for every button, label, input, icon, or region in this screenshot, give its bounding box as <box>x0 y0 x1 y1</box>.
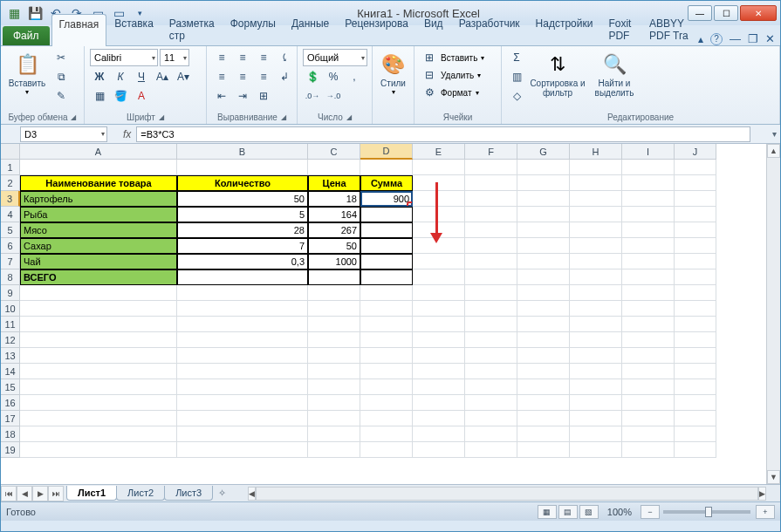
cell-H15[interactable] <box>570 379 622 395</box>
column-header-H[interactable]: H <box>570 144 622 160</box>
row-header-11[interactable]: 11 <box>1 317 20 332</box>
cell-E7[interactable] <box>413 254 465 269</box>
cell-H5[interactable] <box>570 222 622 238</box>
fill-handle[interactable] <box>407 201 413 207</box>
cell-D11[interactable] <box>360 317 413 332</box>
align-middle-button[interactable]: ≡ <box>233 49 252 66</box>
font-size-combo[interactable]: 11 <box>160 49 189 66</box>
cell-B19[interactable] <box>177 442 308 458</box>
cell-A9[interactable] <box>20 285 177 301</box>
format-cells-button[interactable]: ⚙Формат▾ <box>420 84 479 101</box>
column-header-I[interactable]: I <box>622 144 675 160</box>
cell-E14[interactable] <box>413 364 465 379</box>
vertical-scrollbar[interactable]: ▲ ▼ <box>766 144 780 484</box>
cell-C12[interactable] <box>308 332 360 348</box>
align-right-button[interactable]: ≡ <box>254 68 273 85</box>
cell-H11[interactable] <box>570 317 622 332</box>
cell-J1[interactable] <box>675 160 716 175</box>
cell-C10[interactable] <box>308 301 360 317</box>
cell-I13[interactable] <box>622 348 675 364</box>
new-sheet-button[interactable]: ✧ <box>213 488 230 499</box>
row-header-9[interactable]: 9 <box>1 285 20 301</box>
row-header-19[interactable]: 19 <box>1 442 20 458</box>
cell-E8[interactable] <box>413 269 465 285</box>
cell-F14[interactable] <box>465 364 517 379</box>
header-price[interactable]: Цена <box>308 175 360 191</box>
cell-I1[interactable] <box>622 160 675 175</box>
cell-G4[interactable] <box>517 207 570 222</box>
cell-G3[interactable] <box>517 191 570 207</box>
cell-E15[interactable] <box>413 379 465 395</box>
row-header-10[interactable]: 10 <box>1 301 20 317</box>
cell-sum-5[interactable] <box>360 222 413 238</box>
cell-E16[interactable] <box>413 395 465 411</box>
row-header-7[interactable]: 7 <box>1 254 20 269</box>
cell-G11[interactable] <box>517 317 570 332</box>
cell-A18[interactable] <box>20 426 177 442</box>
doc-minimize-button[interactable]: — <box>730 32 741 45</box>
cell-F2[interactable] <box>465 175 517 191</box>
qat-save-button[interactable]: 💾 <box>25 3 45 23</box>
cell-J14[interactable] <box>675 364 716 379</box>
cell-C8[interactable] <box>308 269 360 285</box>
minimize-ribbon-button[interactable]: ▴ <box>698 33 703 45</box>
cell-I8[interactable] <box>622 269 675 285</box>
cell-D8[interactable] <box>360 269 413 285</box>
cell-price-5[interactable]: 267 <box>308 222 360 238</box>
font-name-combo[interactable]: Calibri <box>90 49 158 66</box>
scroll-up-button[interactable]: ▲ <box>767 144 780 158</box>
cell-sum-4[interactable] <box>360 207 413 222</box>
header-qty[interactable]: Количество <box>177 175 308 191</box>
cell-F10[interactable] <box>465 301 517 317</box>
align-left-button[interactable]: ≡ <box>212 68 231 85</box>
cell-I2[interactable] <box>622 175 675 191</box>
bold-button[interactable]: Ж <box>90 68 109 85</box>
cell-G10[interactable] <box>517 301 570 317</box>
page-break-view-button[interactable]: ▧ <box>579 505 599 519</box>
cell-J19[interactable] <box>675 442 716 458</box>
header-name[interactable]: Наименование товара <box>20 175 177 191</box>
cell-H18[interactable] <box>570 426 622 442</box>
cell-E10[interactable] <box>413 301 465 317</box>
cell-I9[interactable] <box>622 285 675 301</box>
cell-E1[interactable] <box>413 160 465 175</box>
cell-F7[interactable] <box>465 254 517 269</box>
column-header-C[interactable]: C <box>308 144 360 160</box>
cell-B11[interactable] <box>177 317 308 332</box>
cell-F11[interactable] <box>465 317 517 332</box>
zoom-in-button[interactable]: + <box>756 505 775 519</box>
cell-I17[interactable] <box>622 411 675 426</box>
align-bottom-button[interactable]: ≡ <box>254 49 273 66</box>
cell-G5[interactable] <box>517 222 570 238</box>
cell-H4[interactable] <box>570 207 622 222</box>
cell-C19[interactable] <box>308 442 360 458</box>
align-center-button[interactable]: ≡ <box>233 68 252 85</box>
cell-A17[interactable] <box>20 411 177 426</box>
cell-price-6[interactable]: 50 <box>308 238 360 254</box>
decrease-indent-button[interactable]: ⇤ <box>212 87 231 105</box>
font-color-button[interactable]: A <box>132 87 151 105</box>
cell-H3[interactable] <box>570 191 622 207</box>
number-format-combo[interactable]: Общий <box>303 49 367 66</box>
cell-B18[interactable] <box>177 426 308 442</box>
cell-H2[interactable] <box>570 175 622 191</box>
row-header-8[interactable]: 8 <box>1 269 20 285</box>
page-layout-view-button[interactable]: ▤ <box>558 505 578 519</box>
format-painter-button[interactable]: ✎ <box>51 87 71 105</box>
ribbon-tab-10[interactable]: ABBYY PDF Tra <box>641 13 698 45</box>
cell-B12[interactable] <box>177 332 308 348</box>
column-header-A[interactable]: A <box>20 144 177 160</box>
cell-G6[interactable] <box>517 238 570 254</box>
cell-H17[interactable] <box>570 411 622 426</box>
cell-J13[interactable] <box>675 348 716 364</box>
cell-C13[interactable] <box>308 348 360 364</box>
cell-H13[interactable] <box>570 348 622 364</box>
cell-C16[interactable] <box>308 395 360 411</box>
cell-H7[interactable] <box>570 254 622 269</box>
formula-input[interactable]: =B3*C3 <box>136 126 750 142</box>
cell-C1[interactable] <box>308 160 360 175</box>
cell-G13[interactable] <box>517 348 570 364</box>
cell-B15[interactable] <box>177 379 308 395</box>
cell-qty-5[interactable]: 28 <box>177 222 308 238</box>
cell-F15[interactable] <box>465 379 517 395</box>
